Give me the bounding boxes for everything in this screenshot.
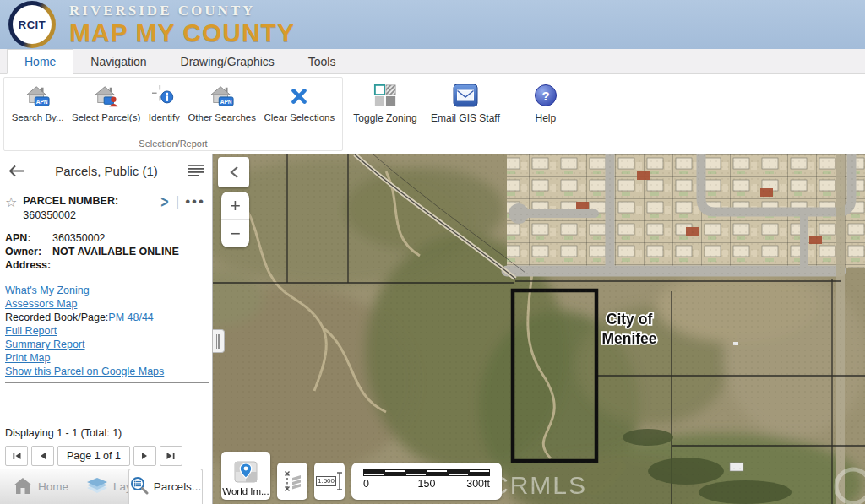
displaying-status: Displaying 1 - 1 (Total: 1) [5, 427, 204, 439]
parcel-number-value: 360350002 [23, 209, 118, 221]
link-whats-my-zoning[interactable]: What's My Zoning [5, 284, 204, 297]
parcel-result: ☆ PARCEL NUMBER: 360350002 > | ••• APN: … [0, 187, 212, 466]
last-page-button[interactable] [160, 446, 182, 466]
map-my-county-app: RCIT RIVERSIDE COUNTY MAP MY COUNTY Home… [0, 0, 865, 504]
recorded-label: Recorded Book/Page: [5, 312, 108, 323]
map-bottom-controls: World Im... 1:500 0 [221, 452, 502, 500]
link-full-report[interactable]: Full Report [5, 324, 204, 338]
brand-county-name: RIVERSIDE COUNTY [69, 3, 295, 19]
bottom-tab-parcels[interactable]: Parcels... [128, 469, 203, 504]
panel-collapse-button[interactable] [218, 157, 249, 187]
expand-chevron-icon[interactable]: > [160, 194, 168, 209]
layers-icon [87, 478, 107, 496]
search-by-label: Search By... [12, 112, 64, 122]
other-searches-label: Other Searches [188, 112, 256, 122]
basemap-map-pin-icon [233, 460, 258, 485]
more-options-icon[interactable]: ••• [185, 196, 205, 208]
page-indicator: Page 1 of 1 [57, 446, 130, 466]
help-question-icon: ? [534, 84, 558, 110]
email-gis-staff-label: Email GIS Staff [431, 112, 500, 124]
measure-tool-button[interactable] [277, 463, 307, 500]
owner-value: NOT AVAILABLE ONLINE [52, 245, 179, 258]
scale-mid: 150 [405, 478, 448, 490]
tab-home[interactable]: Home [7, 49, 73, 74]
zoom-control: + − [221, 192, 249, 247]
back-arrow-icon[interactable] [8, 165, 25, 177]
svg-text:APN: APN [35, 99, 47, 105]
prev-page-button[interactable] [31, 446, 54, 466]
other-searches-button[interactable]: APN Other Searches [188, 83, 256, 137]
grip-lines [216, 334, 220, 349]
scale-slider-icon [336, 471, 343, 491]
toggle-zoning-icon [373, 84, 398, 110]
scale-bar-segments [363, 469, 490, 476]
parcel-info: APN: 360350002 Owner: NOT AVAILABLE ONLI… [5, 231, 204, 272]
identify-crosshair-icon [151, 84, 177, 110]
zoom-out-button[interactable]: − [221, 219, 249, 247]
help-label: Help [535, 112, 556, 124]
panel-resize-grip[interactable] [213, 329, 225, 353]
basemap-button[interactable]: World Im... [221, 452, 270, 500]
select-parcels-button[interactable]: Select Parcel(s) [72, 83, 140, 137]
email-gis-staff-button[interactable]: Email GIS Staff [431, 82, 500, 146]
parcel-head: ☆ PARCEL NUMBER: 360350002 > | ••• [5, 195, 204, 221]
rcit-logo: RCIT [8, 1, 56, 48]
tab-tools[interactable]: Tools [291, 49, 353, 73]
clear-selections-label: Clear Selections [264, 112, 335, 122]
link-print-map[interactable]: Print Map [5, 351, 204, 365]
select-parcels-icon [94, 84, 119, 110]
svg-text:APN: APN [220, 99, 231, 105]
link-recorded-book-page[interactable]: PM 48/44 [108, 312, 154, 323]
email-envelope-icon [453, 84, 478, 110]
results-panel-title: Parcels, Public (1) [25, 164, 188, 178]
results-panel: Parcels, Public (1) ☆ PARCEL NUMBER: 360… [0, 154, 213, 504]
tab-drawing-graphics[interactable]: Drawing/Graphics [164, 49, 291, 73]
results-divider [5, 382, 209, 383]
apn-value: 360350002 [52, 231, 106, 245]
results-panel-header: Parcels, Public (1) [0, 154, 212, 187]
search-by-button[interactable]: APN Search By... [12, 83, 64, 137]
owner-label: Owner: [5, 245, 52, 258]
tools-group: Toggle Zoning Email GIS Staff ? Help [348, 77, 583, 151]
map-canvas[interactable]: City of Menifee CRMLS + − World [213, 154, 865, 504]
basemap-label: World Im... [222, 486, 269, 496]
zoom-in-button[interactable]: + [221, 192, 249, 219]
apn-label: APN: [5, 231, 52, 245]
search-by-house-icon: APN [25, 84, 51, 110]
parcel-number-label: PARCEL NUMBER: [23, 195, 118, 207]
apn-row: APN: 360350002 [5, 231, 204, 245]
home-icon [14, 478, 32, 496]
measure-route-icon [282, 469, 302, 493]
app-banner: RCIT RIVERSIDE COUNTY MAP MY COUNTY [0, 0, 865, 49]
identify-label: Identify [149, 112, 180, 122]
rcit-logo-text: RCIT [13, 5, 52, 44]
favorite-star-icon[interactable]: ☆ [5, 195, 17, 210]
scale-start: 0 [363, 478, 405, 490]
scale-end: 300ft [448, 478, 490, 490]
first-page-button[interactable] [5, 446, 28, 466]
scale-select-button[interactable]: 1:500 [314, 463, 345, 500]
toggle-zoning-button[interactable]: Toggle Zoning [351, 82, 419, 146]
link-assessors-map[interactable]: Assessors Map [5, 297, 204, 311]
address-label: Address: [5, 258, 52, 272]
parcel-number-block: PARCEL NUMBER: 360350002 [23, 195, 118, 221]
bottom-tab-home[interactable]: Home [14, 478, 68, 496]
panel-bottom-tabs: Home Layers Parcels... [0, 469, 203, 504]
identify-button[interactable]: Identify [149, 83, 180, 137]
svg-text:?: ? [541, 89, 549, 103]
bottom-tab-parcels-label: Parcels... [154, 480, 201, 493]
parcel-actions: > | ••• [160, 194, 205, 209]
bottom-tab-home-label: Home [38, 480, 68, 493]
link-show-parcel-google-maps[interactable]: Show this Parcel on Google Maps [5, 365, 204, 378]
next-page-button[interactable] [133, 446, 156, 466]
group-label-selection-report: Selection/Report [4, 138, 342, 149]
help-button[interactable]: ? Help [512, 82, 579, 146]
tab-navigation[interactable]: Navigation [73, 49, 163, 73]
scale-bar: 0 150 300ft [351, 463, 502, 500]
other-searches-house-icon: APN [209, 84, 235, 110]
list-menu-icon[interactable] [188, 165, 204, 176]
app-title: MAP MY COUNTY [69, 20, 295, 46]
link-summary-report[interactable]: Summary Report [5, 338, 204, 351]
select-parcels-label: Select Parcel(s) [72, 112, 140, 122]
clear-selections-button[interactable]: Clear Selections [264, 83, 335, 137]
